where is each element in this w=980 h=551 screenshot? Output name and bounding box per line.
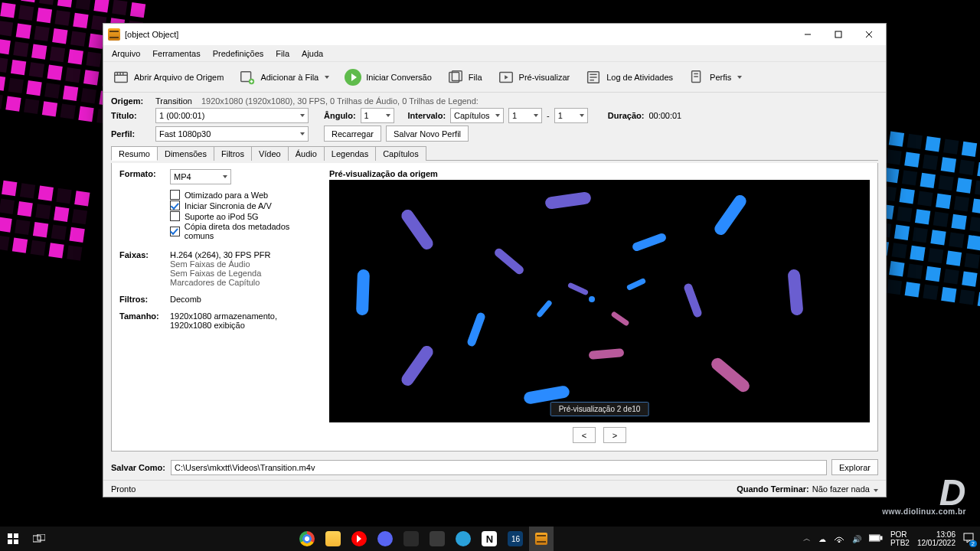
maximize-button[interactable] (823, 24, 854, 45)
checkbox-label: Iniciar Sincronia de A/V (185, 201, 272, 210)
tray-network-icon[interactable] (834, 533, 844, 544)
track-line: Marcadores de Capítulo (170, 278, 270, 287)
taskbar-telegram-icon[interactable] (451, 527, 475, 551)
taskbar-youtube-icon[interactable] (347, 527, 371, 551)
taskbar-app-icon[interactable] (425, 527, 449, 551)
tray-battery-icon[interactable] (869, 534, 883, 543)
source-info: 1920x1080 (1920x1080), 30 FPS, 0 Trilhas… (201, 96, 479, 106)
track-line: Sem Faixas de Áudio (170, 259, 270, 269)
toolbar: Abrir Arquivo de Origem Adicionar à Fila… (103, 62, 886, 93)
track-line: H.264 (x264), 30 FPS PFR (170, 250, 270, 259)
menu-predefinicoes[interactable]: Predefinições (207, 47, 270, 60)
queue-add-icon (239, 69, 256, 86)
save-new-profile-button[interactable]: Salvar Novo Perfil (386, 126, 469, 142)
checkbox-web[interactable] (170, 190, 180, 200)
preview-counter: Pré-visualização 2 de10 (550, 402, 649, 416)
tab-capitulos[interactable]: Capítulos (375, 146, 426, 161)
size-value: 1920x1080 armazenamento, 1920x1080 exibi… (170, 311, 318, 330)
svg-point-30 (838, 541, 840, 543)
taskbar-app-icon[interactable]: 16 (503, 527, 528, 551)
minimize-button[interactable] (792, 24, 823, 45)
angle-select[interactable]: 1 (361, 108, 394, 123)
taskbar: N 16 ︿ ☁ 🔊 PORPTB2 13:0612/01/2022 2 (0, 527, 980, 551)
preview-prev-button[interactable]: < (573, 427, 596, 443)
checkbox-label: Suporte ao iPod 5G (185, 212, 259, 221)
menu-ajuda[interactable]: Ajuda (296, 47, 328, 60)
tray-volume-icon[interactable]: 🔊 (852, 535, 861, 543)
svg-marker-16 (505, 75, 508, 80)
open-source-button[interactable]: Abrir Arquivo de Origem (106, 66, 230, 89)
menu-arquivo[interactable]: Arquivo (106, 47, 145, 60)
duration-value: 00:00:01 (648, 111, 681, 120)
tray-onedrive-icon[interactable]: ☁ (818, 535, 826, 543)
svg-rect-34 (964, 533, 973, 540)
taskbar-discord-icon[interactable] (373, 527, 397, 551)
queue-button[interactable]: Fila (441, 66, 488, 89)
taskbar-notion-icon[interactable]: N (477, 527, 501, 551)
status-text: Pronto (111, 484, 136, 494)
chevron-down-icon (874, 489, 878, 492)
summary-panel: Formato: MP4 Otimizado para a Web Inicia… (119, 169, 318, 445)
browse-button[interactable]: Explorar (831, 459, 878, 475)
size-label: Tamanho: (119, 311, 165, 321)
filters-value: Decomb (170, 295, 201, 304)
add-queue-button[interactable]: Adicionar à Fila (233, 66, 335, 89)
preview-image: Pré-visualização 2 de10 (329, 180, 870, 422)
tab-legendas[interactable]: Legendas (324, 146, 376, 161)
tracks-label: Faixas: (119, 250, 165, 259)
tray-language[interactable]: PORPTB2 (890, 530, 910, 547)
title-select[interactable]: 1 (00:00:01) (155, 108, 309, 123)
toolbar-label: Abrir Arquivo de Origem (134, 73, 224, 82)
menubar: Arquivo Ferramentas Predefinições Fila A… (103, 45, 886, 62)
task-view-button[interactable] (26, 527, 52, 551)
toolbar-label: Fila (469, 73, 482, 82)
menu-ferramentas[interactable]: Ferramentas (147, 47, 205, 60)
film-icon (113, 69, 129, 86)
taskbar-explorer-icon[interactable] (321, 527, 345, 551)
menu-fila[interactable]: Fila (270, 47, 295, 60)
close-button[interactable] (854, 24, 884, 45)
duration-label: Duração: (608, 111, 645, 120)
svg-rect-33 (870, 536, 879, 540)
format-label: Formato: (119, 169, 165, 178)
queue-icon (447, 69, 464, 86)
titlebar[interactable]: [object Object] (103, 24, 886, 45)
tray-notifications-icon[interactable]: 2 (963, 533, 974, 545)
watermark: D www.diolinux.com.br (882, 478, 966, 516)
profile-select[interactable]: Fast 1080p30 (155, 126, 309, 142)
format-select[interactable]: MP4 (170, 169, 231, 184)
log-icon (585, 69, 602, 86)
reload-button[interactable]: Recarregar (324, 126, 381, 142)
profiles-button[interactable]: Perfis (682, 66, 748, 89)
checkbox-ipod[interactable] (170, 211, 180, 221)
when-done-select[interactable]: Não fazer nada (812, 484, 878, 494)
checkbox-avsync[interactable] (170, 201, 180, 210)
taskbar-chrome-icon[interactable] (295, 527, 319, 551)
svg-rect-27 (14, 540, 18, 544)
tab-video[interactable]: Vídeo (251, 146, 289, 161)
checkbox-label: Cópia direta dos metadados comuns (185, 222, 318, 240)
start-button[interactable] (0, 527, 26, 551)
source-label: Origem: (111, 96, 151, 106)
log-button[interactable]: Log de Atividades (579, 66, 679, 89)
when-done-label: Quando Terminar: (737, 484, 809, 494)
range-to-select[interactable]: 1 (554, 108, 588, 123)
tab-resumo[interactable]: Resumo (111, 146, 158, 161)
range-dash: - (547, 111, 550, 120)
range-mode-select[interactable]: Capítulos (450, 108, 504, 123)
tray-clock[interactable]: 13:0612/01/2022 (917, 530, 956, 547)
tab-dimensoes[interactable]: Dimensões (157, 146, 214, 161)
tab-audio[interactable]: Áudio (288, 146, 325, 161)
taskbar-app-icon[interactable] (399, 527, 423, 551)
profile-label: Perfil: (111, 129, 151, 139)
checkbox-metadata[interactable] (170, 227, 180, 236)
preview-button[interactable]: Pré-visualizar (492, 66, 577, 89)
tab-filtros[interactable]: Filtros (214, 146, 252, 161)
taskbar-handbrake-icon[interactable] (529, 527, 554, 551)
toolbar-label: Adicionar à Fila (260, 73, 318, 82)
tray-chevron-icon[interactable]: ︿ (803, 533, 811, 544)
range-from-select[interactable]: 1 (508, 108, 542, 123)
preview-next-button[interactable]: > (603, 427, 626, 443)
save-path-input[interactable] (171, 460, 827, 475)
start-button[interactable]: Iniciar Conversão (338, 66, 438, 89)
